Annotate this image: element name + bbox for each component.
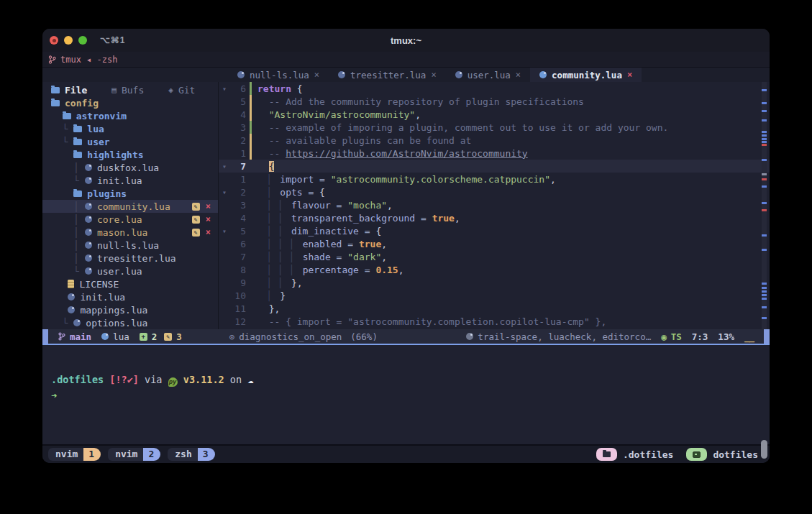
buffer-tab-null-ls.lua[interactable]: null-ls.lua× bbox=[228, 68, 329, 82]
close-buffer-icon[interactable]: × bbox=[627, 70, 632, 80]
lua-file-icon bbox=[338, 71, 345, 78]
code-editor[interactable]: ▾6return {5 -- Add the community reposit… bbox=[219, 82, 770, 329]
code-line[interactable]: ▾2 ▏ opts = { bbox=[219, 185, 770, 198]
scrollbar-mark bbox=[762, 119, 767, 121]
line-number: 8 bbox=[230, 265, 246, 275]
code-line[interactable]: 11 }, bbox=[219, 302, 770, 315]
tree-item-mappings.lua[interactable]: mappings.lua bbox=[42, 303, 218, 316]
code-line[interactable]: 1 -- https://github.com/AstroNvim/astroc… bbox=[219, 147, 770, 160]
tree-item-lua[interactable]: └ lua bbox=[42, 122, 218, 135]
sidebar-tab-bufs[interactable]: ▤Bufs bbox=[111, 85, 144, 96]
code-line[interactable]: ▾7 { bbox=[219, 160, 770, 173]
editor-scrollbar[interactable] bbox=[762, 82, 767, 329]
sidebar-tab-git[interactable]: ◈Git bbox=[168, 85, 195, 96]
tree-item-label: config bbox=[65, 98, 99, 109]
code-line[interactable]: 4 "AstroNvim/astrocommunity", bbox=[219, 108, 770, 121]
scrollbar-mark bbox=[762, 290, 767, 293]
tree-item-duskfox.lua[interactable]: │ duskfox.lua bbox=[42, 161, 218, 174]
tree-item-core.lua[interactable]: │ core.lua✎× bbox=[42, 213, 218, 226]
fold-chevron-icon[interactable]: ▾ bbox=[219, 188, 230, 196]
filetype-label: lua bbox=[113, 331, 129, 342]
fold-chevron-icon[interactable]: ▾ bbox=[219, 227, 230, 235]
line-number: 4 bbox=[230, 109, 246, 120]
lua-file-icon bbox=[85, 216, 92, 223]
tmux-window-name: nvim bbox=[108, 448, 143, 461]
tree-item-label: community.lua bbox=[97, 201, 170, 212]
code-line[interactable]: 12 -- { import = "astrocommunity.complet… bbox=[219, 315, 770, 328]
scrollbar-mark bbox=[762, 298, 767, 300]
tree-item-community.lua[interactable]: │ community.lua✎× bbox=[42, 200, 218, 213]
gitsigns-column bbox=[250, 160, 252, 173]
code-text: ▏ ▏ ▏ percentage = 0.15, bbox=[257, 265, 404, 275]
code-line[interactable]: ▾5 ▏ ▏ dim_inactive = { bbox=[219, 224, 770, 237]
code-line[interactable]: 6 ▏ ▏ ▏ enabled = true, bbox=[219, 237, 770, 250]
gitsigns-column bbox=[250, 173, 252, 185]
code-line[interactable]: 8 ▏ ▏ ▏ percentage = 0.15, bbox=[219, 263, 770, 276]
code-text: -- https://github.com/AstroNvim/astrocom… bbox=[257, 148, 528, 159]
scrollbar-mark bbox=[762, 141, 767, 143]
gitsigns-column bbox=[250, 198, 252, 211]
code-line[interactable]: 4 ▏ ▏ transparent_background = true, bbox=[219, 211, 770, 224]
buffers-icon: ▤ bbox=[111, 86, 117, 95]
line-number: 7 bbox=[230, 252, 246, 262]
code-line[interactable]: 3 ▏ ▏ flavour = "mocha", bbox=[219, 198, 770, 211]
lua-file-icon bbox=[73, 319, 81, 326]
lua-filetype-icon bbox=[101, 333, 109, 340]
git-branch-icon bbox=[58, 332, 65, 341]
gitsigns-yellow-bar bbox=[250, 108, 252, 121]
close-buffer-icon[interactable]: × bbox=[431, 70, 436, 80]
code-line[interactable]: 1 ▏ import = "astrocommunity.colorscheme… bbox=[219, 173, 770, 185]
gitsigns-column bbox=[250, 263, 252, 276]
sidebar-tab-file[interactable]: File bbox=[51, 85, 87, 96]
tmux-window-index: 2 bbox=[143, 448, 160, 461]
titlebar[interactable]: ⌥⌘1 tmux:~ bbox=[42, 29, 770, 52]
line-number: 9 bbox=[230, 277, 246, 288]
tree-item-options.lua[interactable]: └ options.lua bbox=[42, 316, 218, 329]
git-added-count: 2 bbox=[152, 331, 158, 342]
tree-item-init.lua[interactable]: init.lua bbox=[42, 290, 218, 303]
scrollbar-mark bbox=[762, 89, 767, 91]
git-modified-icon: ✎ bbox=[164, 333, 172, 341]
tree-item-plugins[interactable]: plugins bbox=[42, 187, 218, 200]
code-line[interactable]: 10 ▏ } bbox=[219, 289, 770, 302]
tree-item-label: options.lua bbox=[86, 318, 147, 329]
diagnostics-label: diagnostics_on_open bbox=[239, 331, 342, 342]
buffer-tab-user.lua[interactable]: user.lua× bbox=[446, 68, 530, 82]
close-buffer-icon[interactable]: × bbox=[516, 70, 521, 80]
code-line[interactable]: 5 -- Add the community repository of plu… bbox=[219, 95, 770, 108]
terminal-scrollbar-thumb[interactable] bbox=[761, 440, 767, 459]
tree-item-astronvim[interactable]: astronvim bbox=[42, 109, 218, 122]
close-buffer-icon[interactable]: × bbox=[314, 70, 319, 80]
tree-item-label: init.lua bbox=[97, 175, 142, 186]
tree-item-config[interactable]: config bbox=[42, 96, 218, 109]
code-line[interactable]: 3 -- example of imporing a plugin, comme… bbox=[219, 121, 770, 134]
tree-item-init.lua[interactable]: └ init.lua bbox=[42, 174, 218, 187]
tree-item-user[interactable]: └ user bbox=[42, 135, 218, 148]
code-line[interactable]: 9 ▏ ▏ }, bbox=[219, 276, 770, 289]
tmux-window-zsh-3[interactable]: zsh3 bbox=[168, 448, 214, 461]
buffer-tab-treesitter.lua[interactable]: treesitter.lua× bbox=[329, 68, 446, 82]
code-line[interactable]: ▾6return { bbox=[219, 82, 770, 95]
git-modified-count: 3 bbox=[176, 331, 182, 342]
buffer-tab-community.lua[interactable]: community.lua× bbox=[530, 68, 642, 82]
tmux-window-nvim-1[interactable]: nvim1 bbox=[48, 448, 101, 461]
tree-item-mason.lua[interactable]: │ mason.lua✎× bbox=[42, 226, 218, 239]
folder-icon bbox=[51, 100, 60, 106]
tree-item-null-ls.lua[interactable]: │ null-ls.lua bbox=[42, 239, 218, 252]
fold-chevron-icon[interactable]: ▾ bbox=[219, 162, 230, 170]
git-branch-name[interactable]: main bbox=[70, 331, 91, 342]
cursor-position: 7:3 bbox=[692, 331, 708, 342]
fold-chevron-icon[interactable]: ▾ bbox=[219, 85, 230, 93]
tree-item-treesitter.lua[interactable]: │ treesitter.lua bbox=[42, 252, 218, 265]
code-line[interactable]: 2 -- available plugins can be found at bbox=[219, 134, 770, 147]
scrollbar-mark bbox=[762, 173, 767, 175]
tree-item-user.lua[interactable]: └ user.lua bbox=[42, 265, 218, 277]
shell-pane[interactable]: .dotfiles [!?✔] via py v3.11.2 on ☁ ➜ bbox=[42, 344, 770, 444]
code-line[interactable]: 7 ▏ ▏ ▏ shade = "dark", bbox=[219, 250, 770, 263]
tree-item-LICENSE[interactable]: LICENSE bbox=[42, 277, 218, 290]
code-text: -- Add the community repository of plugi… bbox=[257, 96, 584, 107]
code-text: ▏ ▏ ▏ shade = "dark", bbox=[257, 252, 387, 262]
tmux-session-bar: tmux ◂ -zsh bbox=[42, 52, 770, 68]
tree-item-highlights[interactable]: highlights bbox=[42, 148, 218, 161]
tmux-window-nvim-2[interactable]: nvim2 bbox=[108, 448, 160, 461]
